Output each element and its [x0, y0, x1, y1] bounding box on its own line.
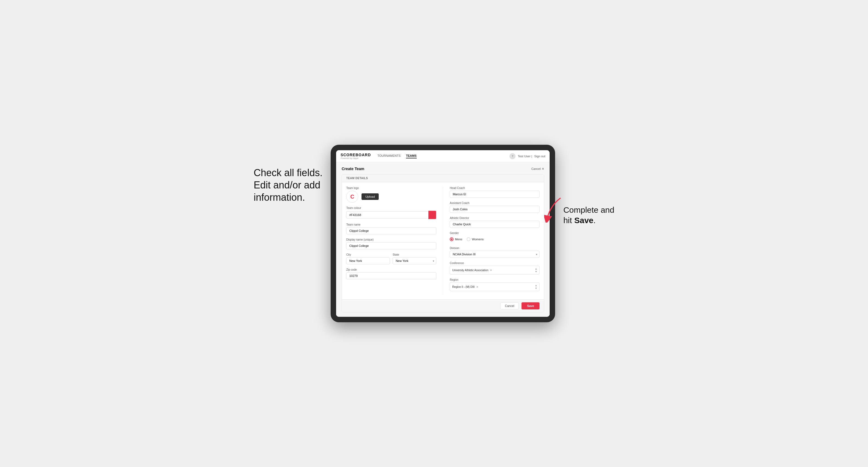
- region-dropdown-arrow: ▲ ▼: [535, 284, 537, 289]
- region-tag-select[interactable]: Region II - (M) DIII ✕ ▲ ▼: [450, 282, 539, 291]
- logo-area: C Upload: [346, 191, 436, 203]
- state-label: State: [393, 253, 436, 256]
- annotation-left-text: Check all fields. Edit and/or add inform…: [254, 166, 322, 204]
- city-state-group: City State New York: [346, 253, 436, 264]
- assistant-coach-group: Assistant Coach: [450, 201, 539, 213]
- zip-label: Zip code: [346, 268, 436, 271]
- radio-mens[interactable]: Mens: [450, 237, 462, 241]
- nav-teams[interactable]: TEAMS: [406, 154, 417, 158]
- zip-group: Zip code: [346, 268, 436, 279]
- state-select-wrapper: New York ▾: [393, 257, 436, 264]
- left-annotation: Check all fields. Edit and/or add inform…: [254, 145, 322, 204]
- city-state-row: City State New York: [346, 253, 436, 264]
- gender-group: Gender Mens Womens: [450, 231, 539, 243]
- user-label: Test User |: [518, 155, 532, 158]
- navbar-right: T Test User | Sign out: [509, 153, 545, 159]
- team-colour-input[interactable]: [346, 211, 428, 218]
- close-icon: ✕: [542, 167, 544, 171]
- team-logo-label: Team logo: [346, 187, 436, 190]
- team-colour-label: Team colour: [346, 207, 436, 210]
- team-colour-group: Team colour: [346, 207, 436, 219]
- arrow-right-svg: [544, 195, 566, 223]
- page-title: Create Team: [342, 166, 364, 171]
- radio-womens[interactable]: Womens: [467, 237, 484, 241]
- head-coach-label: Head Coach: [450, 187, 539, 190]
- gender-radio-group: Mens Womens: [450, 236, 539, 243]
- cancel-button[interactable]: Cancel: [500, 302, 519, 309]
- region-tag-value: Region II - (M) DIII: [452, 285, 474, 288]
- city-subgroup: City: [346, 253, 390, 264]
- team-name-label: Team name: [346, 223, 436, 226]
- conference-tag-select[interactable]: University Athletic Association ✕ ▲ ▼: [450, 266, 539, 275]
- conference-group: Conference University Athletic Associati…: [450, 261, 539, 275]
- color-input-wrapper: [346, 211, 436, 219]
- nav-tournaments[interactable]: TOURNAMENTS: [377, 154, 401, 158]
- tablet-frame: SCOREBOARD Powered by clippd TOURNAMENTS…: [331, 145, 555, 322]
- gender-label: Gender: [450, 231, 539, 235]
- conference-tag-remove[interactable]: ✕: [490, 269, 492, 272]
- save-button[interactable]: Save: [522, 302, 539, 309]
- brand-logo: SCOREBOARD Powered by clippd: [340, 153, 371, 159]
- zip-input[interactable]: [346, 272, 436, 279]
- conference-dropdown-arrow: ▲ ▼: [535, 268, 537, 273]
- athletic-director-input[interactable]: [450, 221, 539, 228]
- region-tag-remove[interactable]: ✕: [476, 285, 478, 288]
- team-logo-group: Team logo C Upload: [346, 187, 436, 203]
- conference-tag-value: University Athletic Association: [452, 269, 488, 272]
- team-name-input[interactable]: [346, 227, 436, 234]
- color-swatch[interactable]: [428, 211, 436, 219]
- radio-womens-dot: [467, 237, 470, 241]
- state-subgroup: State New York ▾: [393, 253, 436, 264]
- brand-name: SCOREBOARD: [340, 153, 371, 157]
- region-group: Region Region II - (M) DIII ✕ ▲ ▼: [450, 278, 539, 291]
- main-content: Create Team Cancel ✕ TEAM DETAILS: [336, 162, 550, 317]
- cancel-top-button[interactable]: Cancel ✕: [531, 167, 544, 171]
- logo-circle: C: [346, 191, 358, 203]
- nav-links: TOURNAMENTS TEAMS: [377, 154, 509, 158]
- city-input[interactable]: [346, 257, 390, 264]
- state-select[interactable]: New York: [393, 257, 436, 264]
- radio-mens-dot: [450, 237, 454, 241]
- form-section: TEAM DETAILS Team logo C Upload: [342, 174, 544, 312]
- tablet-screen: SCOREBOARD Powered by clippd TOURNAMENTS…: [336, 150, 550, 317]
- assistant-coach-label: Assistant Coach: [450, 201, 539, 205]
- sign-out-link[interactable]: Sign out: [534, 155, 545, 158]
- page-title-bar: Create Team Cancel ✕: [342, 166, 544, 171]
- right-annotation: Complete and hit Save.: [563, 145, 614, 225]
- section-header: TEAM DETAILS: [342, 175, 544, 182]
- conference-label: Conference: [450, 261, 539, 264]
- region-label: Region: [450, 278, 539, 281]
- form-col-left: Team logo C Upload Team colour: [346, 187, 443, 295]
- city-label: City: [346, 253, 390, 256]
- athletic-director-group: Athletic Director: [450, 217, 539, 228]
- division-label: Division: [450, 247, 539, 250]
- head-coach-input[interactable]: [450, 191, 539, 198]
- form-col-right: Head Coach Assistant Coach Athletic Dire…: [443, 187, 539, 295]
- team-name-group: Team name: [346, 223, 436, 234]
- form-body: Team logo C Upload Team colour: [342, 182, 544, 299]
- division-select[interactable]: NCAA Division III: [450, 251, 539, 258]
- division-select-wrapper: NCAA Division III ▾: [450, 251, 539, 258]
- user-avatar: T: [509, 153, 516, 159]
- division-group: Division NCAA Division III ▾: [450, 247, 539, 258]
- head-coach-group: Head Coach: [450, 187, 539, 198]
- display-name-group: Display name (unique): [346, 238, 436, 249]
- brand-sub: Powered by clippd: [340, 157, 371, 159]
- athletic-director-label: Athletic Director: [450, 217, 539, 220]
- form-footer: Cancel Save: [342, 299, 544, 312]
- navbar: SCOREBOARD Powered by clippd TOURNAMENTS…: [336, 150, 550, 162]
- annotation-right-text: Complete and hit Save.: [563, 205, 614, 225]
- display-name-input[interactable]: [346, 242, 436, 249]
- upload-button[interactable]: Upload: [362, 193, 379, 200]
- display-name-label: Display name (unique): [346, 238, 436, 241]
- assistant-coach-input[interactable]: [450, 206, 539, 213]
